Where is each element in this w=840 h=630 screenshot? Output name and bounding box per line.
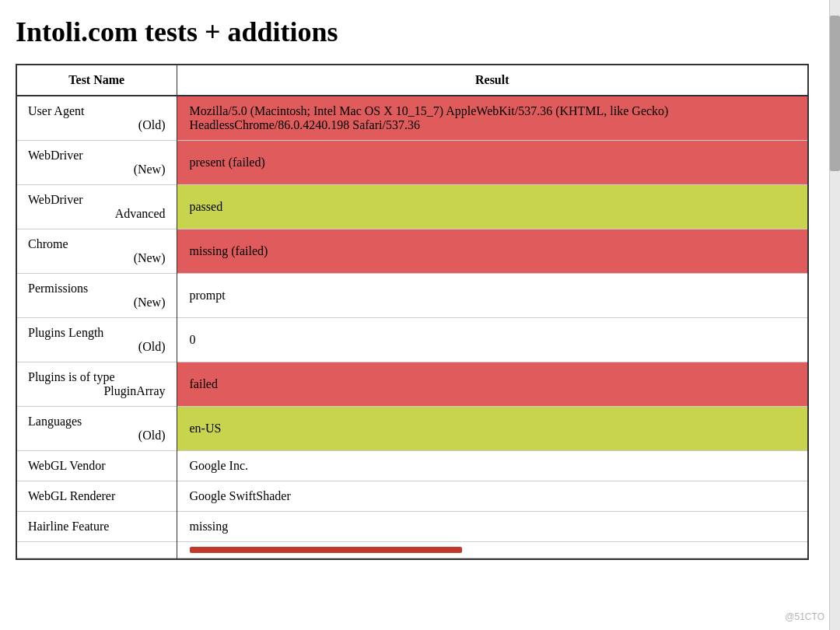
table-row: WebGL RendererGoogle SwiftShader	[17, 481, 807, 512]
scrollbar[interactable]	[829, 0, 840, 630]
watermark: @51CTO	[785, 611, 824, 622]
scrollbar-thumb[interactable]	[830, 16, 840, 171]
result-cell: Google Inc.	[177, 451, 807, 481]
header-test-name: Test Name	[17, 65, 177, 96]
test-name-cell: WebGL Renderer	[17, 481, 177, 512]
result-cell: Mozilla/5.0 (Macintosh; Intel Mac OS X 1…	[177, 96, 807, 141]
test-name-cell: Plugins is of typePluginArray	[17, 362, 177, 407]
result-cell: present (failed)	[177, 141, 807, 185]
progress-bar-cell	[177, 542, 807, 558]
table-row: User Agent(Old)Mozilla/5.0 (Macintosh; I…	[17, 96, 807, 141]
page-title: Intoli.com tests + additions	[16, 16, 824, 48]
test-name-cell: WebDriver(New)	[17, 141, 177, 185]
table-row: Permissions(New)prompt	[17, 274, 807, 318]
result-cell: missing (failed)	[177, 229, 807, 274]
test-name-cell: WebGL Vendor	[17, 451, 177, 481]
empty-cell	[17, 542, 177, 558]
test-table-wrapper: Test Name Result User Agent(Old)Mozilla/…	[16, 64, 809, 560]
table-row: Languages(Old)en-US	[17, 407, 807, 451]
result-cell: 0	[177, 318, 807, 362]
progress-bar-row	[17, 542, 807, 558]
result-cell: passed	[177, 185, 807, 229]
table-row: Plugins Length(Old)0	[17, 318, 807, 362]
table-row: WebDriver(New)present (failed)	[17, 141, 807, 185]
test-name-cell: Plugins Length(Old)	[17, 318, 177, 362]
result-cell: missing	[177, 512, 807, 542]
table-row: Plugins is of typePluginArrayfailed	[17, 362, 807, 407]
result-cell: failed	[177, 362, 807, 407]
header-result: Result	[177, 65, 807, 96]
test-name-cell: WebDriverAdvanced	[17, 185, 177, 229]
table-row: Chrome(New)missing (failed)	[17, 229, 807, 274]
test-name-cell: Chrome(New)	[17, 229, 177, 274]
test-name-cell: Languages(Old)	[17, 407, 177, 451]
table-header-row: Test Name Result	[17, 65, 807, 96]
test-name-cell: User Agent(Old)	[17, 96, 177, 141]
table-row: Hairline Featuremissing	[17, 512, 807, 542]
page-container: Intoli.com tests + additions Test Name R…	[0, 0, 840, 576]
test-name-cell: Hairline Feature	[17, 512, 177, 542]
table-row: WebGL VendorGoogle Inc.	[17, 451, 807, 481]
table-row: WebDriverAdvancedpassed	[17, 185, 807, 229]
result-cell: en-US	[177, 407, 807, 451]
result-cell: Google SwiftShader	[177, 481, 807, 512]
test-name-cell: Permissions(New)	[17, 274, 177, 318]
result-cell: prompt	[177, 274, 807, 318]
test-table: Test Name Result User Agent(Old)Mozilla/…	[17, 65, 807, 558]
progress-bar	[190, 547, 462, 553]
